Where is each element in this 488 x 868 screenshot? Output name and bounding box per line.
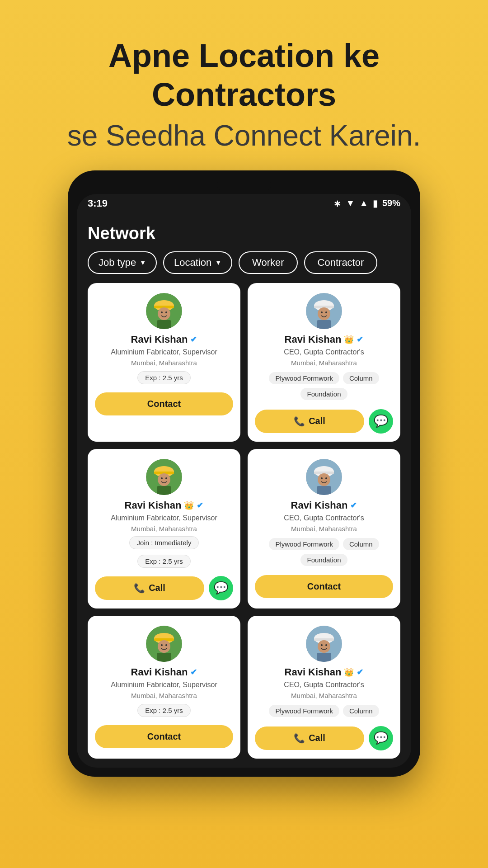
- tag: Plywood Formwork: [269, 372, 339, 384]
- crown-icon: 👑: [344, 335, 354, 344]
- phone-screen: 3:19 ∗ ▼ ▲ ▮ 59% Network Job type ▼ Loca…: [77, 194, 411, 768]
- exp-tag: Exp : 2.5 yrs: [137, 555, 190, 568]
- card-role: CEO, Gupta Contractor's: [284, 348, 364, 356]
- chevron-down-icon: ▼: [140, 259, 146, 266]
- whatsapp-button[interactable]: 💬: [369, 409, 393, 434]
- exp-tag: Exp : 2.5 yrs: [137, 704, 190, 717]
- whatsapp-icon: 💬: [374, 414, 388, 428]
- card-name: Ravi Kishan: [285, 666, 342, 678]
- verified-icon: ✔: [190, 667, 197, 677]
- card-name-row: Ravi Kishan✔: [131, 334, 197, 345]
- verified-icon: ✔: [197, 500, 203, 510]
- card-name: Ravi Kishan: [291, 500, 348, 511]
- bluetooth-icon: ∗: [333, 198, 341, 209]
- call-whatsapp-row: 📞Call💬: [255, 726, 393, 750]
- location-filter[interactable]: Location ▼: [163, 251, 232, 274]
- phone-notch: [217, 179, 271, 190]
- card-role: CEO, Gupta Contractor's: [284, 514, 364, 522]
- chevron-down-icon: ▼: [215, 259, 221, 266]
- tags-row: Plywood FormworkColumnFoundation: [255, 371, 393, 401]
- whatsapp-button[interactable]: 💬: [209, 576, 233, 600]
- svg-point-26: [325, 477, 327, 479]
- card-location: Mumbai, Maharashtra: [131, 525, 197, 533]
- card-role: Aluminium Fabricator, Supervisor: [111, 348, 217, 356]
- cards-grid: Ravi Kishan✔Aluminium Fabricator, Superv…: [88, 283, 400, 759]
- svg-point-4: [161, 311, 163, 313]
- status-icons: ∗ ▼ ▲ ▮ 59%: [333, 198, 400, 209]
- tag: Column: [343, 705, 379, 717]
- card-contractor: Ravi Kishan👑✔CEO, Gupta Contractor'sMumb…: [248, 616, 400, 759]
- card-location: Mumbai, Maharashtra: [131, 359, 197, 367]
- verified-icon: ✔: [350, 500, 357, 510]
- phone-icon: 📞: [294, 416, 305, 427]
- tags-row: Plywood FormworkColumn: [268, 704, 380, 718]
- card-worker: Ravi Kishan✔Aluminium Fabricator, Superv…: [88, 283, 240, 442]
- avatar: [306, 626, 342, 662]
- card-role: Aluminium Fabricator, Supervisor: [111, 514, 217, 522]
- wifi-icon: ▼: [346, 198, 355, 208]
- svg-point-5: [165, 311, 167, 313]
- hero-title-ke: ke: [343, 38, 380, 74]
- svg-point-32: [161, 644, 163, 646]
- card-location: Mumbai, Maharashtra: [291, 525, 357, 533]
- crown-icon: 👑: [184, 500, 194, 510]
- hero-section: Apne Location ke Contractors se Seedha C…: [0, 0, 488, 170]
- svg-rect-13: [317, 320, 331, 329]
- contact-button[interactable]: Contact: [95, 725, 233, 748]
- phone-icon: 📞: [134, 583, 145, 594]
- hero-title-contractors: Contractors: [152, 76, 336, 113]
- svg-point-10: [318, 307, 330, 320]
- avatar: [306, 459, 342, 495]
- job-type-filter[interactable]: Job type ▼: [88, 251, 157, 274]
- contact-button[interactable]: Contact: [255, 575, 393, 598]
- exp-tag: Exp : 2.5 yrs: [137, 371, 190, 384]
- tag: Foundation: [300, 554, 347, 566]
- whatsapp-button[interactable]: 💬: [369, 726, 393, 750]
- card-location: Mumbai, Maharashtra: [291, 359, 357, 367]
- card-role: CEO, Gupta Contractor's: [284, 681, 364, 689]
- svg-point-12: [325, 311, 327, 313]
- card-location: Mumbai, Maharashtra: [291, 692, 357, 699]
- card-contractor: Ravi Kishan👑✔CEO, Gupta Contractor'sMumb…: [248, 283, 400, 442]
- signal-icon: ▲: [359, 198, 368, 208]
- location-label: Location: [174, 257, 211, 269]
- svg-point-18: [161, 477, 163, 479]
- avatar: [306, 293, 342, 329]
- hero-title-apne: Apne: [108, 38, 199, 74]
- tag: Plywood Formwork: [269, 705, 339, 717]
- card-name: Ravi Kishan: [125, 500, 182, 511]
- hero-subtitle: se Seedha Connect Karein.: [27, 119, 461, 152]
- status-bar: 3:19 ∗ ▼ ▲ ▮ 59%: [77, 194, 411, 215]
- worker-filter[interactable]: Worker: [239, 251, 298, 274]
- call-button[interactable]: 📞Call: [255, 726, 364, 750]
- svg-point-38: [318, 640, 330, 653]
- svg-point-40: [325, 644, 327, 646]
- card-location: Mumbai, Maharashtra: [131, 692, 197, 699]
- call-label: Call: [309, 416, 325, 426]
- card-name-row: Ravi Kishan👑✔: [285, 334, 364, 345]
- svg-point-31: [158, 640, 170, 653]
- tags-row: Plywood FormworkColumnFoundation: [255, 537, 393, 567]
- svg-point-19: [165, 477, 167, 479]
- card-role: Aluminium Fabricator, Supervisor: [111, 681, 217, 689]
- tag: Column: [343, 538, 379, 550]
- avatar: [146, 293, 182, 329]
- card-name-row: Ravi Kishan👑✔: [285, 666, 364, 678]
- screen-content: Network Job type ▼ Location ▼ Worker Con…: [77, 215, 411, 759]
- crown-icon: 👑: [344, 667, 354, 677]
- call-whatsapp-row: 📞Call💬: [95, 576, 233, 600]
- avatar: [146, 459, 182, 495]
- contractor-filter[interactable]: Contractor: [304, 251, 378, 274]
- card-worker: Ravi Kishan✔Aluminium Fabricator, Superv…: [88, 616, 240, 759]
- avatar: [146, 626, 182, 662]
- call-label: Call: [309, 733, 325, 743]
- call-button[interactable]: 📞Call: [95, 576, 204, 600]
- whatsapp-icon: 💬: [214, 581, 228, 595]
- hero-title-location: Location: [199, 38, 343, 74]
- contact-button[interactable]: Contact: [95, 392, 233, 415]
- verified-icon: ✔: [190, 335, 197, 344]
- call-button[interactable]: 📞Call: [255, 410, 364, 433]
- svg-point-25: [321, 477, 323, 479]
- card-name-row: Ravi Kishan✔: [131, 666, 197, 678]
- svg-point-33: [165, 644, 167, 646]
